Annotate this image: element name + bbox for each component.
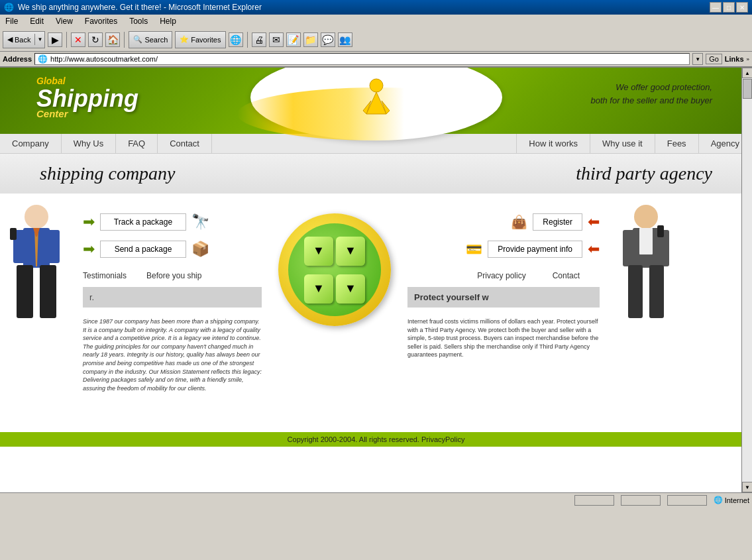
address-label: Address (3, 55, 32, 63)
address-dropdown[interactable]: ▼ (692, 53, 703, 65)
media-button[interactable]: 🌐 (229, 32, 243, 47)
svg-rect-15 (623, 230, 635, 266)
menu-favorites[interactable]: Favorites (82, 16, 120, 27)
refresh-button[interactable]: ↻ (88, 32, 103, 47)
package-icon: 📦 (191, 241, 209, 258)
person-left-container (0, 194, 73, 432)
left-protect-banner: r. (83, 287, 262, 308)
edit-button[interactable]: 📝 (286, 32, 301, 47)
before-ship-link[interactable]: Before you ship (146, 271, 201, 280)
menu-view[interactable]: View (53, 16, 76, 27)
payment-icon: 💳 (466, 241, 482, 257)
hero-section: shipping company third party agency (0, 154, 752, 194)
scroll-track (742, 78, 752, 482)
address-url: http://www.autoscoutmarket.com/ (50, 55, 158, 63)
browser-toolbar: ◀ Back ▼ ▶ ✕ ↻ 🏠 🔍 Search ⭐ Favorites 🌐 … (0, 28, 752, 52)
center-left-section: ➡ Track a package 🔭 ➡ Send a package 📦 T… (73, 194, 272, 432)
svg-point-0 (370, 79, 383, 92)
hero-right: third party agency (576, 163, 712, 184)
print-button[interactable]: 🖨 (252, 32, 266, 47)
payment-arrow-icon: ⬅ (588, 241, 600, 258)
search-button[interactable]: 🔍 Search (129, 31, 172, 48)
center-circle: ▼ ▼ ▼ ▼ (278, 213, 391, 326)
menu-tools[interactable]: Tools (127, 16, 150, 27)
minimize-button[interactable]: — (710, 2, 722, 13)
maximize-button[interactable]: □ (723, 2, 735, 13)
status-bar-3 (667, 495, 707, 506)
toolbar-separator-2 (124, 32, 125, 48)
search-icon: 🔍 (133, 35, 142, 44)
company-text: Since 1987 our company has been more tha… (83, 314, 262, 396)
nav-why-use-it[interactable]: Why use it (590, 134, 655, 153)
scroll-down-button[interactable]: ▼ (742, 482, 752, 492)
payment-button[interactable]: Provide payment info (488, 241, 582, 258)
testimonials-link[interactable]: Testimonials (83, 271, 127, 280)
send-package-button[interactable]: Send a package (100, 241, 186, 258)
payment-row: 💳 Provide payment info ⬅ (407, 241, 600, 258)
favorites-icon: ⭐ (180, 35, 189, 44)
track-package-row: ➡ Track a package 🔭 (83, 213, 262, 231)
zone-indicator: 🌐 Internet (714, 496, 749, 504)
keys-circle: ▼ ▼ ▼ ▼ (288, 223, 381, 316)
status-bar-2 (621, 495, 661, 506)
menu-help[interactable]: Help (157, 16, 179, 27)
site-footer: Copyright 2000-2004. All rights reserved… (0, 432, 752, 447)
svg-rect-8 (10, 228, 17, 240)
hero-left: shipping company (40, 163, 176, 184)
site-header: Global Shipping Center We offer good pro… (0, 68, 752, 134)
register-button[interactable]: Register (533, 213, 582, 231)
person-right-container (610, 194, 682, 432)
key-1: ▼ (304, 237, 333, 266)
footer-copyright: Copyright 2000-2004. All rights reserved… (288, 435, 465, 443)
contact-link[interactable]: Contact (553, 271, 580, 280)
privacy-link[interactable]: Privacy policy (477, 271, 525, 280)
nav-why-us[interactable]: Why Us (62, 134, 117, 153)
scrollbar[interactable]: ▲ ▼ (741, 68, 752, 492)
svg-point-13 (634, 205, 658, 229)
mail-button[interactable]: ✉ (269, 32, 284, 47)
status-right: 🌐 Internet (574, 495, 749, 506)
messenger-button[interactable]: 💬 (321, 32, 335, 47)
forward-button[interactable]: ▶ (48, 32, 62, 47)
back-dropdown-arrow[interactable]: ▼ (35, 35, 44, 44)
nav-right: How it works Why use it Fees Agency (517, 134, 752, 153)
bottom-links-right: Privacy policy Contact (407, 271, 600, 280)
nav-company[interactable]: Company (0, 134, 62, 153)
back-icon: ◀ (7, 35, 13, 44)
nav-how-it-works[interactable]: How it works (517, 134, 590, 153)
logo: Global Shipping Center (36, 76, 138, 119)
nav-faq[interactable]: FAQ (116, 134, 158, 153)
menu-file[interactable]: File (3, 16, 21, 27)
scroll-up-button[interactable]: ▲ (742, 68, 752, 78)
send-package-row: ➡ Send a package 📦 (83, 241, 262, 258)
favorites-button[interactable]: ⭐ Favorites (175, 31, 225, 48)
zone-label: Internet (725, 496, 749, 504)
users-button[interactable]: 👥 (338, 32, 352, 47)
svg-rect-20 (639, 228, 653, 254)
track-package-button[interactable]: Track a package (100, 213, 186, 231)
nav-fees[interactable]: Fees (655, 134, 699, 153)
links-arrow: » (747, 56, 749, 62)
back-button[interactable]: ◀ Back ▼ (3, 31, 45, 48)
svg-rect-19 (649, 265, 664, 318)
folder-button[interactable]: 📁 (303, 32, 318, 47)
stop-button[interactable]: ✕ (71, 32, 85, 47)
person-left-image (0, 194, 73, 392)
svg-rect-18 (628, 265, 643, 318)
header-tagline: We offer good protection, both for the s… (590, 81, 712, 107)
page-icon: 🌐 (38, 54, 48, 64)
wallet-icon: 👜 (511, 214, 527, 230)
links-label: Links (725, 55, 744, 63)
send-arrow-icon: ➡ (83, 241, 95, 258)
right-protect-banner: Protect yourself w (407, 287, 600, 308)
svg-rect-9 (17, 265, 33, 318)
go-button[interactable]: Go (706, 54, 722, 64)
nav-contact[interactable]: Contact (158, 134, 212, 153)
right-section: 👜 Register ⬅ 💳 Provide payment info ⬅ Pr… (398, 194, 610, 432)
address-input[interactable]: 🌐 http://www.autoscoutmarket.com/ (34, 53, 690, 65)
scroll-thumb[interactable] (743, 79, 752, 99)
close-button[interactable]: ✕ (736, 2, 748, 13)
browser-statusbar: 🌐 Internet (0, 492, 752, 507)
home-button[interactable]: 🏠 (105, 32, 120, 47)
menu-edit[interactable]: Edit (27, 16, 46, 27)
